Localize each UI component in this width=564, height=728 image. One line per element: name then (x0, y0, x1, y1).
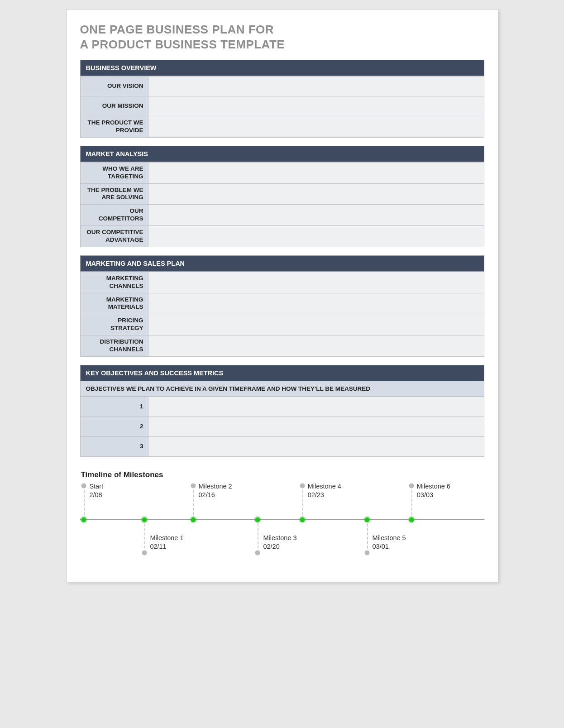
milestone-date: 02/11 (150, 542, 213, 551)
overview-table: OUR VISION OUR MISSION THE PRODUCT WE PR… (80, 76, 484, 138)
section-header: MARKET ANALYSIS (80, 146, 484, 162)
row-label: MARKETING CHANNELS (80, 272, 148, 293)
timeline-tick (258, 519, 258, 553)
table-row: WHO WE ARE TARGETING (80, 162, 484, 183)
milestone-end-dot-icon (300, 483, 305, 488)
milestone-date: 2/08 (89, 491, 153, 500)
timeline-tick (367, 519, 368, 553)
milestone-label: Milestone 503/01 (373, 534, 436, 551)
row-value[interactable] (148, 272, 484, 293)
milestone-end-dot-icon (255, 550, 260, 555)
section-subheader: OBJECTIVES WE PLAN TO ACHIEVE IN A GIVEN… (80, 381, 484, 397)
table-row: OUR VISION (80, 77, 484, 96)
section-header: BUSINESS OVERVIEW (80, 60, 484, 76)
table-row: PRICING STRATEGY (80, 314, 484, 335)
row-label: DISTRIBUTION CHANNELS (80, 335, 148, 357)
table-row: OUR MISSION (80, 96, 484, 116)
row-label: OUR COMPETITIVE ADVANTAGE (80, 226, 148, 247)
objectives-table: 1 2 3 (80, 397, 484, 457)
milestone-label: Milestone 402/23 (308, 482, 371, 500)
section-market-analysis: MARKET ANALYSIS WHO WE ARE TARGETING THE… (80, 146, 484, 247)
milestone-name: Milestone 2 (199, 482, 262, 491)
milestone-dot-icon (409, 517, 414, 522)
timeline-tick (411, 486, 412, 519)
milestone-label: Milestone 302/20 (263, 534, 326, 551)
table-row: DISTRIBUTION CHANNELS (80, 335, 484, 357)
milestone-name: Milestone 1 (150, 534, 213, 543)
section-objectives: KEY OBJECTIVES AND SUCCESS METRICS OBJEC… (80, 365, 484, 457)
milestone-name: Milestone 4 (308, 482, 371, 491)
table-row: OUR COMPETITIVE ADVANTAGE (80, 226, 484, 247)
row-label: 2 (80, 417, 148, 436)
section-business-overview: BUSINESS OVERVIEW OUR VISION OUR MISSION… (80, 60, 484, 138)
table-row: THE PROBLEM WE ARE SOLVING (80, 183, 484, 205)
row-label: 1 (80, 397, 148, 417)
milestone-end-dot-icon (364, 550, 369, 555)
milestone-dot-icon (364, 517, 369, 522)
milestone-label: Start2/08 (89, 482, 153, 500)
milestone-date: 03/01 (373, 542, 436, 551)
timeline-tick (193, 486, 194, 519)
timeline-title: Timeline of Milestones (81, 470, 484, 479)
milestone-name: Milestone 5 (373, 534, 436, 543)
timeline-tick (302, 486, 303, 519)
row-value[interactable] (148, 116, 484, 138)
milestone-end-dot-icon (142, 550, 147, 555)
table-row: MARKETING MATERIALS (80, 293, 484, 314)
table-row: OUR COMPETITORS (80, 205, 484, 226)
table-row: MARKETING CHANNELS (80, 272, 484, 293)
document-page: ONE PAGE BUSINESS PLAN FOR A PRODUCT BUS… (66, 9, 498, 582)
timeline-tick (144, 519, 145, 553)
row-value[interactable] (148, 436, 484, 456)
milestone-date: 02/16 (199, 491, 262, 500)
title-line-2: A PRODUCT BUSINESS TEMPLATE (80, 38, 285, 51)
row-value[interactable] (148, 335, 484, 357)
row-label: 3 (80, 436, 148, 456)
milestone-dot-icon (255, 517, 260, 522)
row-value[interactable] (148, 397, 484, 417)
market-table: WHO WE ARE TARGETING THE PROBLEM WE ARE … (80, 162, 484, 247)
milestone-label: Milestone 102/11 (150, 534, 213, 551)
milestone-date: 03/03 (417, 491, 480, 500)
row-value[interactable] (148, 226, 484, 247)
timeline-axis (80, 519, 484, 520)
marketing-table: MARKETING CHANNELS MARKETING MATERIALS P… (80, 272, 484, 357)
row-value[interactable] (148, 162, 484, 183)
milestone-name: Milestone 6 (417, 482, 480, 491)
row-label: OUR COMPETITORS (80, 205, 148, 226)
row-label: PRICING STRATEGY (80, 314, 148, 335)
row-label: WHO WE ARE TARGETING (80, 162, 148, 183)
row-label: THE PROBLEM WE ARE SOLVING (80, 183, 148, 205)
table-row: 1 (80, 397, 484, 417)
milestone-dot-icon (81, 517, 86, 522)
table-row: 2 (80, 417, 484, 436)
section-marketing-sales: MARKETING AND SALES PLAN MARKETING CHANN… (80, 255, 484, 357)
section-header: MARKETING AND SALES PLAN (80, 255, 484, 272)
milestone-label: Milestone 603/03 (417, 482, 480, 500)
table-row: 3 (80, 436, 484, 456)
milestone-label: Milestone 202/16 (199, 482, 262, 500)
milestone-end-dot-icon (81, 483, 86, 488)
milestone-name: Milestone 3 (263, 534, 326, 543)
milestone-name: Start (89, 482, 153, 491)
timeline-chart: Start2/08Milestone 102/11Milestone 202/1… (80, 482, 484, 564)
row-label: MARKETING MATERIALS (80, 293, 148, 314)
table-row: THE PRODUCT WE PROVIDE (80, 116, 484, 138)
row-value[interactable] (148, 183, 484, 205)
milestone-end-dot-icon (409, 483, 414, 488)
milestone-end-dot-icon (191, 483, 196, 488)
title-line-1: ONE PAGE BUSINESS PLAN FOR (80, 23, 274, 36)
row-label: THE PRODUCT WE PROVIDE (80, 116, 148, 138)
row-value[interactable] (148, 314, 484, 335)
milestone-date: 02/20 (263, 542, 326, 551)
row-value[interactable] (148, 205, 484, 226)
row-value[interactable] (148, 417, 484, 436)
milestone-dot-icon (191, 517, 196, 522)
row-value[interactable] (148, 293, 484, 314)
timeline-tick (84, 486, 85, 519)
milestone-dot-icon (142, 517, 147, 522)
row-value[interactable] (148, 77, 484, 96)
row-value[interactable] (148, 96, 484, 116)
section-header: KEY OBJECTIVES AND SUCCESS METRICS (80, 365, 484, 381)
page-title: ONE PAGE BUSINESS PLAN FOR A PRODUCT BUS… (80, 22, 484, 52)
